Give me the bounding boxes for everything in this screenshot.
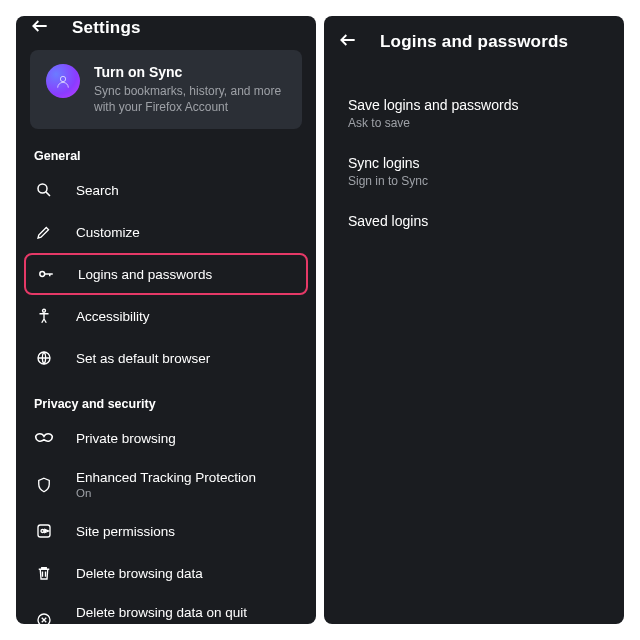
row-sync-sub: Sign in to Sync [348,174,600,188]
sync-card[interactable]: Turn on Sync Sync bookmarks, history, an… [30,50,302,129]
row-delete-label: Delete browsing data [76,566,203,581]
privacy-list: Private browsing Enhanced Tracking Prote… [16,417,316,624]
section-privacy-label: Privacy and security [16,391,316,417]
svg-point-1 [38,184,47,193]
row-sync-label: Sync logins [348,155,600,171]
row-sync-logins[interactable]: Sync logins Sign in to Sync [324,144,624,202]
search-icon [34,180,54,200]
row-save-logins[interactable]: Save logins and passwords Ask to save [324,86,624,144]
row-customize-label: Customize [76,225,140,240]
logins-screen: Logins and passwords Save logins and pas… [324,16,624,624]
row-tracking-label: Enhanced Tracking Protection [76,470,256,485]
globe-icon [34,348,54,368]
row-search-label: Search [76,183,119,198]
general-list: Search Customize Logins and passwords Ac… [16,169,316,379]
row-logins[interactable]: Logins and passwords [24,253,308,295]
svg-point-0 [60,76,65,81]
logins-topbar: Logins and passwords [324,16,624,68]
sync-text: Turn on Sync Sync bookmarks, history, an… [94,64,286,115]
back-icon[interactable] [338,30,358,54]
row-default-label: Set as default browser [76,351,210,366]
sync-title: Turn on Sync [94,64,286,80]
brush-icon [34,222,54,242]
row-delete-data[interactable]: Delete browsing data [16,552,316,594]
row-save-sub: Ask to save [348,116,600,130]
row-tracking-sub: On [76,487,256,499]
row-private-label: Private browsing [76,431,176,446]
row-delete-on-quit[interactable]: Delete browsing data on quit On [16,594,316,624]
settings-screen: Settings Turn on Sync Sync bookmarks, hi… [16,16,316,624]
logins-list: Save logins and passwords Ask to save Sy… [324,68,624,261]
settings-topbar: Settings [16,16,316,40]
row-customize[interactable]: Customize [16,211,316,253]
page-title: Logins and passwords [380,32,568,52]
shield-icon [34,475,54,495]
row-search[interactable]: Search [16,169,316,211]
back-icon[interactable] [30,16,50,40]
row-saved-logins[interactable]: Saved logins [324,202,624,243]
mask-icon [34,428,54,448]
svg-point-6 [41,530,44,533]
sync-subtitle: Sync bookmarks, history, and more with y… [94,83,286,115]
sync-avatar-icon [46,64,80,98]
row-save-label: Save logins and passwords [348,97,600,113]
row-tracking[interactable]: Enhanced Tracking Protection On [16,459,316,510]
svg-point-2 [40,272,45,277]
row-default-browser[interactable]: Set as default browser [16,337,316,379]
row-deletequit-sub: On [76,622,247,624]
accessibility-icon [34,306,54,326]
close-circle-icon [34,610,54,624]
row-accessibility[interactable]: Accessibility [16,295,316,337]
trash-icon [34,563,54,583]
row-private-browsing[interactable]: Private browsing [16,417,316,459]
row-siteperm-label: Site permissions [76,524,175,539]
page-title: Settings [72,18,141,38]
key-icon [36,264,56,284]
row-saved-label: Saved logins [348,213,600,229]
svg-point-3 [43,310,46,313]
row-deletequit-label: Delete browsing data on quit [76,605,247,620]
row-accessibility-label: Accessibility [76,309,150,324]
permissions-icon [34,521,54,541]
section-general-label: General [16,143,316,169]
row-logins-label: Logins and passwords [78,267,212,282]
row-site-permissions[interactable]: Site permissions [16,510,316,552]
